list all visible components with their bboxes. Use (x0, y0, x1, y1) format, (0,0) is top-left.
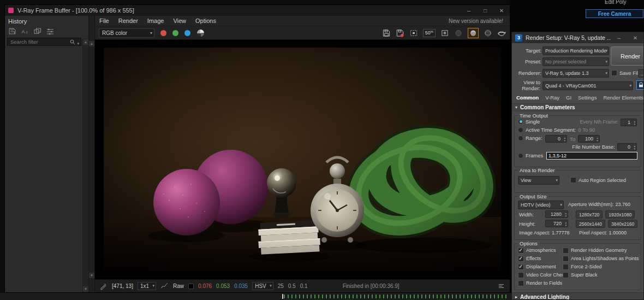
range-radio[interactable] (518, 136, 523, 141)
green-channel-icon[interactable] (172, 30, 178, 36)
close-icon[interactable] (627, 34, 643, 41)
scroll-up-icon[interactable] (83, 39, 88, 45)
checkbox[interactable] (518, 256, 524, 262)
option-atmospherics[interactable]: Atmospherics (518, 246, 567, 254)
search-input[interactable] (9, 38, 68, 45)
checkbox[interactable] (563, 256, 569, 262)
menu-options[interactable]: Options (195, 17, 216, 24)
option-super-black[interactable]: Super Black (563, 271, 639, 279)
zoom-percent-button[interactable]: 50% (423, 29, 436, 37)
timeline-playhead[interactable] (282, 294, 283, 299)
render-last-teapot-icon[interactable] (497, 29, 506, 37)
option-render-hidden-geometry[interactable]: Render Hidden Geometry (563, 246, 639, 254)
history-search-field[interactable] (7, 38, 81, 46)
free-camera-badge[interactable]: Free Camera (586, 9, 643, 18)
red-channel-icon[interactable] (160, 30, 166, 36)
menu-render[interactable]: Render (118, 17, 138, 24)
menu-image[interactable]: Image (147, 17, 164, 24)
save-all-channels-icon[interactable] (396, 29, 404, 37)
checkbox[interactable] (518, 280, 524, 286)
option-area-lights-shadows-as-points[interactable]: Area Lights/Shadows as Points (563, 255, 639, 262)
sphere-icon[interactable] (484, 29, 492, 37)
height-spinner[interactable]: 720 (545, 220, 568, 227)
size-preset-1280x720[interactable]: 1280x720 (576, 210, 603, 219)
menu-view[interactable]: View (173, 17, 186, 24)
range-from-spinner[interactable]: 0 (545, 135, 567, 143)
tab-gi[interactable]: GI (566, 95, 571, 101)
tab-settings[interactable]: Settings (578, 95, 597, 101)
statusbar-menu-icon[interactable] (497, 282, 505, 290)
blue-channel-icon[interactable] (184, 30, 190, 36)
history-scrollbar[interactable] (82, 39, 88, 292)
duplicate-icon[interactable] (33, 27, 42, 35)
scroll-down-icon[interactable] (83, 286, 88, 292)
vfb-titlebar[interactable]: V-Ray Frame Buffer - [100.0% of 986 x 55… (5, 5, 510, 16)
track-bar[interactable] (0, 293, 511, 300)
history-options-icon[interactable] (46, 27, 55, 35)
viewport-lock-toggle[interactable] (636, 80, 644, 90)
new-version-notice[interactable]: New version available! (449, 18, 503, 24)
ab-compare-icon[interactable]: Aa (21, 27, 29, 35)
color-wheel-icon[interactable] (197, 30, 204, 37)
render-button[interactable]: Render (611, 46, 644, 66)
menu-file[interactable]: File (99, 17, 109, 24)
checkbox-label: Render Hidden Geometry (571, 248, 627, 253)
size-preset-3840x2160[interactable]: 3840x2160 (608, 220, 637, 228)
pixel-aspect-icon[interactable] (440, 29, 449, 37)
option-force-2-sided[interactable]: Force 2-Sided (563, 263, 639, 270)
channel-dropdown[interactable]: RGB color (99, 28, 154, 38)
maximize-icon[interactable] (477, 7, 493, 14)
option-video-color-check[interactable]: Video Color Check (518, 271, 567, 279)
size-preset-1920x1080[interactable]: 1920x1080 (605, 210, 635, 219)
range-to-spinner[interactable]: 100 (578, 135, 600, 143)
checkbox[interactable] (563, 272, 569, 278)
option-render-to-fields[interactable]: Render to Fields (518, 279, 567, 287)
advanced-lighting-rollout[interactable]: Advanced Lighting (512, 292, 643, 300)
every-nth-frame-spinner[interactable]: 1 (621, 119, 637, 126)
color-curve-icon[interactable] (160, 282, 169, 290)
option-effects[interactable]: Effects (518, 255, 567, 262)
tab-common[interactable]: Common (516, 95, 539, 101)
region-render-icon[interactable] (409, 29, 418, 37)
render-canvas[interactable] (95, 40, 510, 279)
scroll-down-icon[interactable] (89, 273, 94, 278)
area-to-render-dropdown[interactable]: View (518, 176, 559, 185)
render-setup-titlebar[interactable]: Render Setup: V-Ray 5, update ... (512, 32, 643, 43)
frames-radio[interactable] (518, 153, 523, 158)
checkbox[interactable] (518, 272, 524, 278)
checkbox[interactable] (518, 248, 524, 254)
close-icon[interactable] (493, 7, 510, 14)
save-file-browse-button[interactable]: ... (638, 69, 644, 78)
save-file-checkbox[interactable] (611, 70, 617, 76)
frames-input[interactable] (546, 152, 637, 160)
tab-render-elements[interactable]: Render Elements (603, 95, 643, 101)
output-size-preset-dropdown[interactable]: HDTV (video) (518, 201, 564, 209)
hsv-dropdown[interactable]: HSV (252, 282, 273, 290)
size-preset-2560x1440[interactable]: 2560x1440 (576, 220, 605, 228)
width-spinner[interactable]: 1280 (545, 210, 568, 218)
active-time-segment-radio[interactable] (518, 127, 523, 133)
file-number-base-spinner[interactable]: 0 (617, 143, 637, 151)
option-displacement[interactable]: Displacement (518, 263, 567, 270)
checkbox[interactable] (563, 248, 569, 254)
single-radio[interactable] (518, 119, 523, 125)
sample-size-dropdown[interactable]: 1x1 (138, 282, 156, 290)
minimize-icon[interactable] (461, 7, 477, 14)
checkbox[interactable] (518, 264, 524, 270)
common-parameters-rollout[interactable]: Common Parameters (512, 103, 643, 111)
image-vertical-scrollbar[interactable] (89, 16, 95, 292)
target-dropdown[interactable]: Production Rendering Mode (542, 46, 609, 55)
pixel-picker-icon[interactable] (99, 282, 108, 290)
minimize-icon[interactable] (611, 34, 627, 41)
checkbox[interactable] (563, 264, 569, 270)
view-to-render-dropdown[interactable]: Quad 4 - VRayCam001 (542, 81, 633, 90)
save-image-icon[interactable] (382, 29, 391, 37)
tab-v-ray[interactable]: V-Ray (545, 95, 559, 101)
scroll-up-icon[interactable] (89, 41, 94, 46)
search-options-caret-icon[interactable] (77, 37, 79, 47)
preset-dropdown[interactable]: No preset selected (542, 57, 609, 66)
follow-mouse-toggle[interactable] (468, 28, 479, 38)
renderer-dropdown[interactable]: V-Ray 5, update 1.3 (542, 69, 609, 78)
save-history-icon[interactable] (8, 27, 17, 35)
auto-region-checkbox[interactable] (570, 177, 576, 183)
